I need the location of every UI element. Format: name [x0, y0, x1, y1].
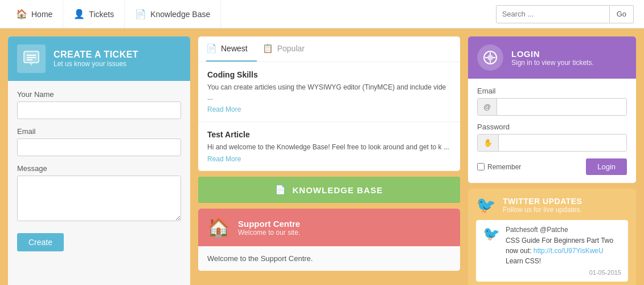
message-textarea[interactable]: [17, 176, 181, 221]
email-input[interactable]: [17, 139, 181, 156]
twitter-bird-icon: 🐦: [476, 196, 496, 214]
login-subtitle: Sign in to view your tickets.: [511, 59, 594, 67]
login-password-group: Password ✋: [477, 123, 627, 152]
twitter-header-text: TWITTER UPDATES Follow us for live updat…: [503, 197, 582, 214]
email-group: Email: [17, 127, 181, 156]
twitter-subtitle: Follow us for live updates.: [503, 206, 582, 214]
kb-button[interactable]: 📄 KNOWLEDGE BASE: [198, 177, 460, 203]
login-password-input[interactable]: [499, 135, 626, 151]
login-email-input[interactable]: [497, 99, 626, 115]
articles-tabs: 📄 Newest 📋 Popular: [198, 36, 460, 62]
create-ticket-panel: CREATE A TICKET Let us know your issues …: [8, 36, 190, 285]
articles-box: 📄 Newest 📋 Popular Coding Skills You can…: [198, 36, 460, 171]
svg-marker-4: [30, 63, 33, 66]
nav-kb[interactable]: 📄 Knowledge Base: [125, 0, 221, 28]
tweet-bird-icon: 🐦: [483, 226, 500, 276]
kb-button-icon: 📄: [275, 185, 286, 195]
tweet-author: Patchesoft @Patche: [506, 226, 621, 234]
tab-newest[interactable]: 📄 Newest: [206, 36, 257, 62]
article-2-excerpt: Hi and welcome to the Knowledge Base! Fe…: [207, 142, 451, 152]
article-2: Test Article Hi and welcome to the Knowl…: [198, 122, 460, 171]
middle-panel: 📄 Newest 📋 Popular Coding Skills You can…: [198, 36, 460, 285]
article-1-title: Coding Skills: [207, 70, 451, 79]
tweet-link[interactable]: http://t.co/U97YisKweU: [534, 247, 604, 255]
nav-tickets-label: Tickets: [89, 10, 114, 19]
doc-icon: 📄: [135, 9, 146, 19]
nav-tickets[interactable]: 👤 Tickets: [63, 0, 125, 28]
login-email-group: Email @: [477, 87, 627, 116]
login-header: LOGIN Sign in to view your tickets.: [468, 36, 636, 79]
right-panel: LOGIN Sign in to view your tickets. Emai…: [468, 36, 636, 285]
twitter-header: 🐦 TWITTER UPDATES Follow us for live upd…: [476, 196, 628, 214]
svg-point-6: [487, 55, 493, 60]
login-password-label: Password: [477, 123, 627, 131]
ticket-form: Your Name Email Message Create: [8, 81, 190, 260]
name-group: Your Name: [17, 90, 181, 119]
ticket-subtitle: Let us know your issues: [54, 60, 138, 68]
message-label: Message: [17, 164, 181, 173]
tweet-content: Patchesoft @Patche CSS Guide For Beginne…: [506, 226, 621, 276]
user-icon: 👤: [73, 9, 85, 19]
remember-checkbox[interactable]: [477, 163, 485, 170]
support-body: Welcome to the Support Centre.: [198, 246, 460, 271]
support-header-text: Support Centre Welcome to our site.: [238, 219, 300, 237]
nav-home-label: Home: [31, 10, 52, 19]
password-prefix: ✋: [478, 135, 499, 151]
login-title: LOGIN: [511, 49, 594, 59]
login-email-wrapper: @: [477, 98, 627, 116]
article-2-read-more[interactable]: Read More: [207, 155, 241, 163]
remember-text: Remember: [487, 163, 521, 171]
login-header-icon: [477, 44, 503, 71]
tab-newest-label: Newest: [221, 44, 248, 53]
ticket-header: CREATE A TICKET Let us know your issues: [8, 36, 190, 81]
home-icon: 🏠: [16, 9, 27, 19]
tweet-text: CSS Guide For Beginners Part Two now out…: [506, 235, 621, 266]
message-group: Message: [17, 164, 181, 223]
twitter-title: TWITTER UPDATES: [503, 197, 582, 206]
article-1: Coding Skills You can create articles us…: [198, 62, 460, 122]
login-box: LOGIN Sign in to view your tickets. Emai…: [468, 36, 636, 183]
search-box: Go: [496, 5, 634, 23]
tweet-text-after: Learn CSS!: [506, 257, 541, 265]
create-button[interactable]: Create: [17, 233, 64, 251]
nav-home[interactable]: 🏠 Home: [6, 0, 63, 28]
newest-icon: 📄: [206, 43, 217, 54]
tab-popular[interactable]: 📋 Popular: [262, 36, 314, 62]
ticket-header-text: CREATE A TICKET Let us know your issues: [54, 50, 138, 68]
support-body-text: Welcome to the Support Centre.: [207, 254, 313, 263]
support-header: 🏠 Support Centre Welcome to our site.: [198, 209, 460, 246]
support-box: 🏠 Support Centre Welcome to our site. We…: [198, 209, 460, 271]
ticket-title: CREATE A TICKET: [54, 50, 138, 60]
twitter-box: 🐦 TWITTER UPDATES Follow us for live upd…: [468, 189, 636, 285]
login-header-text: LOGIN Sign in to view your tickets.: [511, 49, 594, 67]
search-input[interactable]: [496, 5, 610, 23]
remember-label: Remember: [477, 163, 521, 171]
article-1-read-more[interactable]: Read More: [207, 105, 241, 113]
email-prefix: @: [478, 99, 497, 115]
tweet-item: 🐦 Patchesoft @Patche CSS Guide For Begin…: [476, 220, 628, 282]
support-title: Support Centre: [238, 219, 300, 229]
login-options: Remember Login: [477, 158, 627, 175]
search-button[interactable]: Go: [610, 5, 634, 23]
support-subtitle: Welcome to our site.: [238, 229, 300, 237]
article-1-excerpt: You can create articles using the WYSIWY…: [207, 82, 451, 103]
support-icon: 🏠: [207, 217, 230, 238]
login-button[interactable]: Login: [586, 158, 627, 175]
popular-icon: 📋: [262, 43, 273, 54]
navbar: 🏠 Home 👤 Tickets 📄 Knowledge Base Go: [0, 0, 644, 28]
email-label: Email: [17, 127, 181, 136]
main-content: CREATE A TICKET Let us know your issues …: [0, 28, 644, 285]
nav-kb-label: Knowledge Base: [150, 10, 210, 19]
ticket-header-icon: [17, 44, 46, 73]
login-password-wrapper: ✋: [477, 134, 627, 152]
tweet-date: 01-05-2015: [506, 269, 621, 276]
article-2-title: Test Article: [207, 130, 451, 139]
name-input[interactable]: [17, 101, 181, 119]
login-email-label: Email: [477, 87, 627, 95]
kb-button-label: KNOWLEDGE BASE: [292, 185, 383, 195]
tab-popular-label: Popular: [277, 44, 305, 53]
login-form: Email @ Password ✋ Remem: [468, 79, 636, 183]
name-label: Your Name: [17, 90, 181, 99]
